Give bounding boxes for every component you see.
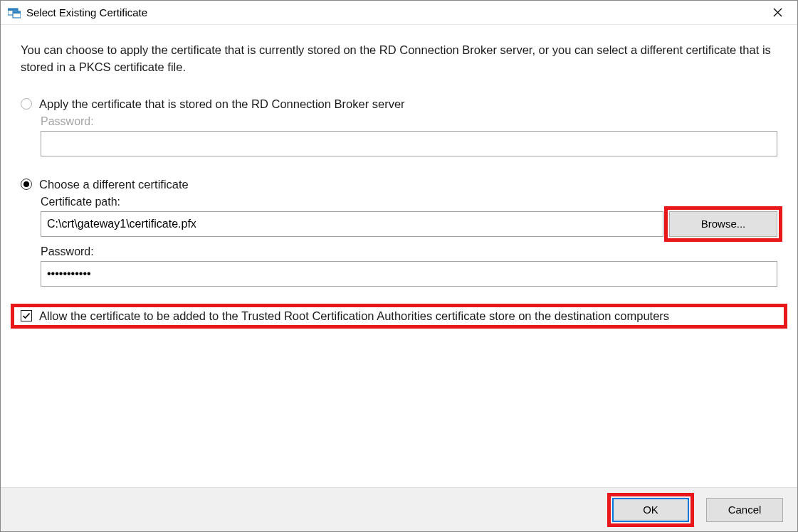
svg-rect-3 (13, 11, 21, 14)
cert-path-label: Certificate path: (41, 196, 777, 208)
window-title: Select Existing Certificate (26, 6, 763, 18)
dialog-footer: OK Cancel (1, 487, 797, 531)
radio-icon-unselected (21, 98, 32, 110)
cert-path-input[interactable] (41, 211, 663, 237)
radio-apply-stored-label: Apply the certificate that is stored on … (39, 97, 405, 111)
close-icon (773, 8, 782, 17)
svg-rect-1 (8, 9, 18, 11)
password2-input[interactable] (41, 261, 777, 287)
password1-label: Password: (41, 115, 777, 128)
browse-button[interactable]: Browse... (669, 211, 777, 237)
checkbox-icon-checked (21, 310, 32, 321)
intro-text: You can choose to apply the certificate … (21, 42, 777, 76)
radio-choose-different-label: Choose a different certificate (39, 178, 189, 191)
allow-trusted-root-checkbox[interactable]: Allow the certificate to be added to the… (21, 309, 777, 323)
titlebar: Select Existing Certificate (1, 1, 797, 25)
cancel-button[interactable]: Cancel (706, 498, 783, 522)
password1-input (41, 131, 777, 156)
radio-apply-stored[interactable]: Apply the certificate that is stored on … (21, 97, 777, 111)
password2-label: Password: (41, 245, 777, 258)
radio-choose-different[interactable]: Choose a different certificate (21, 178, 777, 191)
allow-trusted-root-label: Allow the certificate to be added to the… (39, 309, 669, 323)
server-manager-icon (8, 7, 21, 18)
ok-button[interactable]: OK (612, 498, 689, 522)
close-button[interactable] (763, 1, 792, 24)
radio-icon-selected (21, 179, 32, 190)
